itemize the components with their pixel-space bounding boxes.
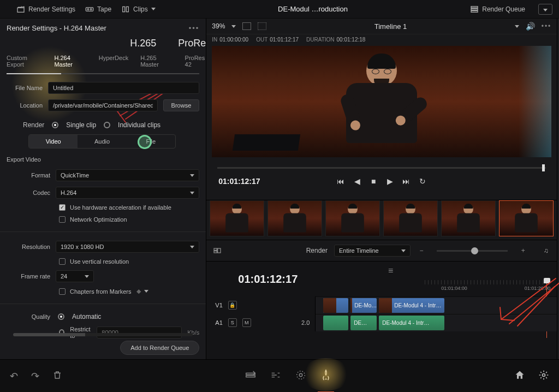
redo-button[interactable]: ↷ <box>31 370 39 382</box>
format-select[interactable]: QuickTime <box>56 169 199 181</box>
loop-button[interactable]: ↻ <box>417 177 428 186</box>
radio-individual-clips[interactable] <box>104 122 110 128</box>
audio-lane[interactable]: DE… DE-Modul 4 - Intr… <box>316 314 557 331</box>
check-chapters[interactable] <box>59 288 66 295</box>
scrollbar[interactable] <box>13 333 193 336</box>
viewer-menu-button[interactable]: ••• <box>542 22 552 30</box>
zoom-percent[interactable]: 39% <box>212 22 225 30</box>
audio-clip[interactable]: DE-Modul 4 - Intr… <box>379 316 444 330</box>
tag-icon[interactable]: ◆ <box>136 288 141 295</box>
music-icon[interactable]: ♫ <box>542 246 550 255</box>
chevron-down-icon <box>85 275 89 278</box>
video-clip[interactable] <box>323 298 348 313</box>
edit-page-icon[interactable] <box>270 369 282 383</box>
undo-button[interactable]: ↶ <box>10 370 18 382</box>
zoom-slider[interactable] <box>437 250 508 252</box>
cut-page-icon[interactable] <box>245 369 257 383</box>
render-settings-label: Render Settings <box>28 5 75 13</box>
radio-quality-auto[interactable] <box>58 313 64 320</box>
framerate-select[interactable]: 24 <box>56 270 94 282</box>
individual-clips-label: Individual clips <box>118 121 160 129</box>
render-range-select[interactable]: Entire Timeline <box>334 245 411 257</box>
add-to-render-queue-button[interactable]: Add to Render Queue <box>120 341 199 355</box>
tab-h265-master[interactable]: H.265 Master <box>140 55 173 68</box>
filename-input[interactable] <box>48 82 199 94</box>
first-frame-button[interactable]: ⏮ <box>335 177 346 186</box>
track-lock-icon[interactable]: 🔒 <box>228 301 237 310</box>
thumbnail[interactable]: 23 <box>267 200 322 236</box>
viewer-timecode: 01:01:12:17 <box>218 177 260 186</box>
seg-file[interactable]: File <box>127 135 175 148</box>
home-button[interactable] <box>514 370 525 382</box>
check-vertical-res[interactable] <box>59 258 66 265</box>
chevron-down-icon <box>401 250 406 252</box>
panel-menu-button[interactable]: ••• <box>189 24 200 32</box>
solo-button[interactable]: S <box>228 318 237 327</box>
restrict-input[interactable] <box>97 326 182 338</box>
stop-button[interactable]: ■ <box>368 177 379 186</box>
tape-toggle[interactable]: Tape <box>85 5 111 14</box>
zoom-in-button[interactable]: + <box>519 246 527 255</box>
seg-audio[interactable]: Audio <box>78 135 126 148</box>
video-lane[interactable]: DE-Mo… DE-Modul 4 - Intr… <box>316 296 557 314</box>
grid-icon[interactable] <box>258 22 266 30</box>
panel-title: Render Settings - H.264 Master <box>7 24 106 32</box>
clapper-icon <box>16 5 25 14</box>
tab-prores-422[interactable]: ProRes 42 <box>185 55 211 68</box>
thumbnail-selected[interactable]: 27 <box>499 200 554 236</box>
radio-single-clip[interactable] <box>52 122 58 128</box>
last-frame-button[interactable]: ⏭ <box>401 177 412 186</box>
viewer-monitor[interactable] <box>212 46 551 157</box>
thumbnail[interactable]: 24 <box>325 200 380 236</box>
track-a1-label: A1 <box>215 319 222 326</box>
chevron-down-icon[interactable] <box>515 25 519 28</box>
thumbnail[interactable]: 25 <box>383 200 438 236</box>
thumbnail[interactable]: 26 <box>441 200 496 236</box>
svg-rect-8 <box>471 8 478 10</box>
play-button[interactable]: ▶ <box>384 177 395 186</box>
clip-thumbnails: 23 24 25 26 27 <box>206 200 557 240</box>
tab-custom-export[interactable]: Custom Export <box>7 55 42 68</box>
speaker-icon[interactable]: 🔊 <box>526 22 535 31</box>
video-clip[interactable]: DE-Modul 4 - Intr… <box>379 298 444 313</box>
render-queue-label: Render Queue <box>482 5 525 13</box>
trash-button[interactable] <box>52 370 62 382</box>
seg-video[interactable]: Video <box>29 135 78 148</box>
video-clip[interactable]: DE-Mo… <box>350 298 377 313</box>
audio-clip[interactable]: DE… <box>350 316 377 330</box>
queue-expand-button[interactable] <box>538 4 552 15</box>
center-panel: 39% Timeline 1 🔊 ••• IN01:00:00:00 OUT01… <box>206 19 557 359</box>
location-input[interactable] <box>48 99 158 111</box>
zoom-out-button[interactable]: − <box>417 246 426 255</box>
duration-label: DURATION <box>306 37 334 43</box>
tab-hyperdeck[interactable]: HyperDeck <box>99 55 128 68</box>
preset-prores[interactable]: ProRe <box>178 38 206 49</box>
timeline-view-icon[interactable] <box>213 246 222 255</box>
mute-button[interactable]: M <box>242 318 251 327</box>
project-title: DE-Modul …roduction <box>278 5 348 13</box>
timeline: ≡ 01:01:12:17 01:01:04:00 01:01:20:00 V1… <box>206 262 557 359</box>
render-queue-toggle[interactable]: Render Queue <box>470 5 525 14</box>
chevron-down-icon[interactable] <box>231 25 236 28</box>
check-hw-accel[interactable] <box>59 204 66 211</box>
chevron-down-icon[interactable] <box>144 290 148 293</box>
timeline-menu-button[interactable]: ≡ <box>388 266 393 276</box>
play-reverse-button[interactable]: ◀ <box>352 177 362 186</box>
tab-h264-master[interactable]: H.264 Master <box>54 55 86 68</box>
fusion-page-icon[interactable] <box>295 369 307 383</box>
browse-button[interactable]: Browse <box>163 99 200 111</box>
timeline-ruler[interactable]: 01:01:04:00 01:01:20:00 <box>425 280 551 292</box>
thumbnail[interactable] <box>210 200 264 236</box>
settings-button[interactable] <box>538 370 549 382</box>
clips-dropdown[interactable]: Clips <box>121 5 156 14</box>
jog-bar[interactable] <box>217 163 546 173</box>
filename-label: File Name <box>7 85 43 91</box>
render-settings-toggle[interactable]: Render Settings <box>16 5 75 14</box>
safe-area-icon[interactable] <box>242 22 251 30</box>
audio-clip[interactable] <box>323 316 348 330</box>
preset-h265[interactable]: H.265 <box>130 38 156 49</box>
resolution-select[interactable]: 1920 x 1080 HD <box>56 241 199 253</box>
deliver-page-icon[interactable] <box>320 369 332 383</box>
check-net-opt[interactable] <box>59 216 66 223</box>
codec-select[interactable]: H.264 <box>56 187 199 199</box>
